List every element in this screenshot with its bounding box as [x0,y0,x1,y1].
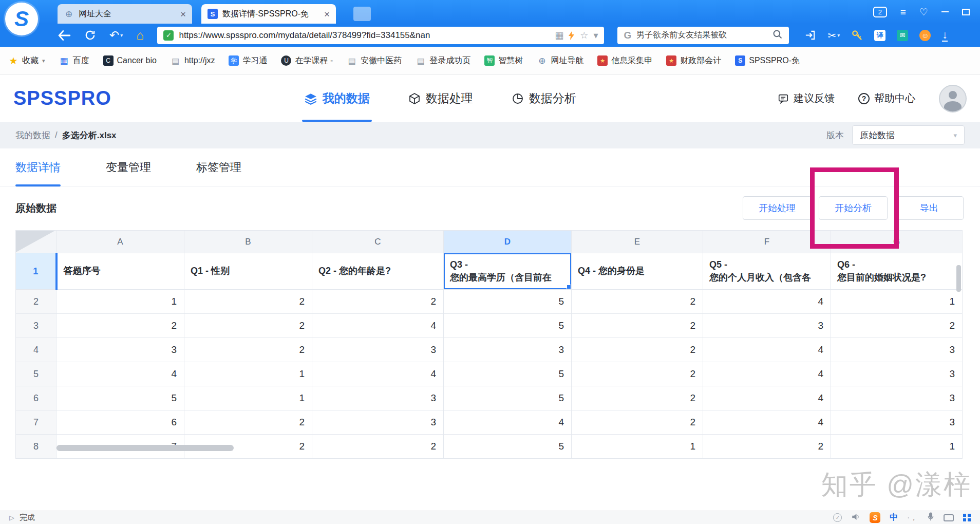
check-circle-icon[interactable]: ✓ [833,513,842,522]
cell-B3[interactable]: 2 [184,314,312,338]
cell-A4[interactable]: 3 [56,338,184,362]
row-header-4[interactable]: 4 [16,338,56,362]
key-icon[interactable] [851,29,863,41]
close-icon[interactable]: × [180,9,186,19]
bookmark-7[interactable]: 安徽中医药 [347,55,402,66]
cell-E6[interactable]: 2 [572,386,703,410]
search-box[interactable]: G 男子欲杀前女友结果被砍 [617,27,789,44]
horizontal-scrollbar[interactable] [56,445,234,451]
cell-D5[interactable]: 5 [444,362,572,386]
column-header-A[interactable]: A [56,231,184,253]
cell-G8[interactable]: 1 [831,435,963,459]
ime-language-toggle[interactable]: 中 [890,512,898,523]
cell-A1[interactable]: 答题序号 [56,253,184,290]
tab-variable-management[interactable]: 变量管理 [106,148,151,186]
cell-B1[interactable]: Q1 - 性别 [184,253,312,290]
browser-tab-home[interactable]: ⊕ 网址大全 × [58,4,192,24]
ime-punctuation-toggle[interactable]: ·， [907,513,918,522]
bookmark-4[interactable]: http://jxz [171,55,215,66]
bookmark-10[interactable]: 网址导航 [537,55,583,66]
cell-G4[interactable]: 3 [831,338,963,362]
bookmark-11[interactable]: 信息采集申 [597,55,652,66]
restore-button[interactable] [962,9,970,15]
bookmark-2[interactable]: 百度 [59,55,89,66]
bookmark-13[interactable]: SPSSPRO-免 [735,55,800,66]
tab-data-detail[interactable]: 数据详情 [15,148,61,186]
selection-handle[interactable] [567,285,571,289]
bookmark-3[interactable]: Cancer bio [103,55,157,66]
cell-B5[interactable]: 1 [184,362,312,386]
nav-data-processing[interactable]: 数据处理 [408,75,473,122]
favorites-heart-icon[interactable]: ♡ [919,7,928,17]
cell-D4[interactable]: 3 [444,338,572,362]
microphone-icon[interactable] [927,512,934,523]
cell-D2[interactable]: 5 [444,290,572,314]
cell-E8[interactable]: 1 [572,435,703,459]
feedback-link[interactable]: 建议反馈 [778,91,835,105]
cell-D3[interactable]: 5 [444,314,572,338]
help-center-link[interactable]: ? 帮助中心 [858,91,915,105]
cell-E1[interactable]: Q4 - 您的身份是 [572,253,703,290]
menu-icon[interactable]: ≡ [900,7,906,17]
cell-B6[interactable]: 1 [184,386,312,410]
cell-E5[interactable]: 2 [572,362,703,386]
url-text[interactable]: https://www.spsspro.com/mydata/detail/37… [179,30,430,41]
row-header-2[interactable]: 2 [16,290,56,314]
row-header-5[interactable]: 5 [16,362,56,386]
start-processing-button[interactable]: 开始处理 [743,196,812,220]
start-analysis-button[interactable]: 开始分析 [819,196,888,220]
cell-E2[interactable]: 2 [572,290,703,314]
download-icon[interactable]: ↓ [942,29,948,42]
cell-C2[interactable]: 2 [312,290,444,314]
keyboard-icon[interactable] [944,514,954,521]
cell-F6[interactable]: 4 [703,386,831,410]
cell-G2[interactable]: 1 [831,290,963,314]
tab-label-management[interactable]: 标签管理 [196,148,241,186]
speaker-icon[interactable] [851,513,860,522]
column-header-B[interactable]: B [184,231,312,253]
search-suggestion-text[interactable]: 男子欲杀前女友结果被砍 [636,30,767,41]
ime-menu-grid-icon[interactable] [963,514,971,521]
cell-C7[interactable]: 3 [312,410,444,435]
version-select[interactable]: 原始数据 ▾ [852,125,965,145]
column-header-E[interactable]: E [572,231,703,253]
row-header-7[interactable]: 7 [16,410,56,435]
back-button[interactable] [58,30,71,41]
cell-F5[interactable]: 4 [703,362,831,386]
sogou-ime-icon[interactable]: S [870,512,880,523]
cell-G5[interactable]: 3 [831,362,963,386]
cell-G7[interactable]: 3 [831,410,963,435]
row-header-8[interactable]: 8 [16,435,56,459]
column-header-F[interactable]: F [703,231,831,253]
address-bar[interactable]: ✓ https://www.spsspro.com/mydata/detail/… [157,27,604,44]
column-header-D[interactable]: D [444,231,572,253]
browser-logo-icon[interactable]: S [5,3,38,35]
cell-D1[interactable]: Q3 - 您的最高学历（含目前在 [444,253,572,290]
cell-F3[interactable]: 3 [703,314,831,338]
lightning-icon[interactable] [569,31,575,40]
row-header-1[interactable]: 1 [16,253,56,290]
bookmark-6[interactable]: 在学课程 - [281,55,333,66]
cell-D6[interactable]: 5 [444,386,572,410]
login-icon[interactable] [804,29,816,41]
mailbox-icon[interactable]: ✉ [897,30,908,41]
select-all-corner[interactable] [16,231,56,253]
spsspro-logo[interactable]: SPSSPRO [13,87,111,109]
undo-button[interactable]: ↶▾ [109,28,123,42]
cell-D8[interactable]: 5 [444,435,572,459]
scissors-icon[interactable]: ✂▾ [827,29,840,42]
nav-data-analysis[interactable]: 数据分析 [512,75,576,122]
chevron-down-icon[interactable]: ▾ [593,30,598,41]
cell-F2[interactable]: 4 [703,290,831,314]
row-header-6[interactable]: 6 [16,386,56,410]
qr-code-icon[interactable]: ▦ [555,30,563,41]
column-header-C[interactable]: C [312,231,444,253]
bookmark-8[interactable]: 登录成功页 [416,55,470,66]
cell-G3[interactable]: 2 [831,314,963,338]
browser-tab-spsspro[interactable]: S 数据详情-SPSSPRO-免 × [201,4,336,24]
cell-C1[interactable]: Q2 - 您的年龄是? [312,253,444,290]
cell-G1[interactable]: Q6 - 您目前的婚姻状况是? [831,253,963,290]
column-header-G[interactable]: G [831,231,963,253]
cell-D7[interactable]: 4 [444,410,572,435]
new-tab-button[interactable] [353,7,371,21]
